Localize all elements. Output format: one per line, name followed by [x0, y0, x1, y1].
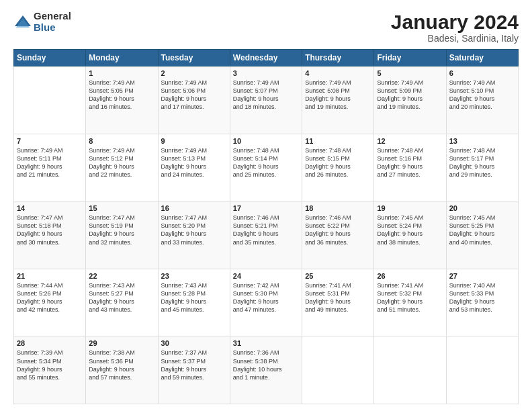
day-info: Sunrise: 7:43 AM Sunset: 5:28 PM Dayligh…	[161, 281, 227, 314]
month-title: January 2024	[391, 11, 519, 33]
location: Badesi, Sardinia, Italy	[391, 33, 519, 44]
day-info: Sunrise: 7:49 AM Sunset: 5:09 PM Dayligh…	[377, 79, 443, 111]
calendar-week-4: 21Sunrise: 7:44 AM Sunset: 5:26 PM Dayli…	[14, 269, 519, 336]
day-info: Sunrise: 7:41 AM Sunset: 5:31 PM Dayligh…	[305, 281, 371, 314]
calendar-cell: 27Sunrise: 7:40 AM Sunset: 5:33 PM Dayli…	[446, 269, 518, 336]
col-wednesday: Wednesday	[230, 50, 302, 66]
day-info: Sunrise: 7:46 AM Sunset: 5:21 PM Dayligh…	[233, 214, 299, 246]
logo: General Blue	[13, 11, 71, 33]
calendar-header: Sunday Monday Tuesday Wednesday Thursday…	[14, 50, 519, 66]
calendar-cell: 1Sunrise: 7:49 AM Sunset: 5:05 PM Daylig…	[86, 66, 158, 134]
day-number: 15	[89, 204, 154, 212]
header: General Blue January 2024 Badesi, Sardin…	[13, 11, 519, 44]
calendar-cell	[302, 336, 374, 404]
day-info: Sunrise: 7:44 AM Sunset: 5:26 PM Dayligh…	[17, 281, 83, 314]
calendar-cell: 14Sunrise: 7:47 AM Sunset: 5:18 PM Dayli…	[14, 201, 86, 269]
calendar-cell: 9Sunrise: 7:49 AM Sunset: 5:13 PM Daylig…	[158, 134, 230, 201]
day-number: 27	[449, 272, 515, 280]
day-number: 25	[305, 272, 371, 280]
day-number: 20	[449, 204, 515, 212]
day-info: Sunrise: 7:36 AM Sunset: 5:38 PM Dayligh…	[233, 349, 299, 381]
logo-general: General	[34, 11, 71, 22]
day-number: 28	[17, 339, 83, 347]
day-number: 12	[377, 137, 443, 145]
calendar-cell: 11Sunrise: 7:48 AM Sunset: 5:15 PM Dayli…	[302, 134, 374, 201]
calendar-cell: 17Sunrise: 7:46 AM Sunset: 5:21 PM Dayli…	[230, 201, 302, 269]
calendar-cell: 28Sunrise: 7:39 AM Sunset: 5:34 PM Dayli…	[14, 336, 86, 404]
header-row: Sunday Monday Tuesday Wednesday Thursday…	[14, 50, 519, 66]
calendar-cell: 19Sunrise: 7:45 AM Sunset: 5:24 PM Dayli…	[374, 201, 446, 269]
calendar-cell: 23Sunrise: 7:43 AM Sunset: 5:28 PM Dayli…	[158, 269, 230, 336]
calendar-cell	[14, 66, 86, 134]
calendar-week-2: 7Sunrise: 7:49 AM Sunset: 5:11 PM Daylig…	[14, 134, 519, 201]
calendar-table: Sunday Monday Tuesday Wednesday Thursday…	[13, 49, 519, 404]
day-number: 16	[161, 204, 227, 212]
calendar-cell: 31Sunrise: 7:36 AM Sunset: 5:38 PM Dayli…	[230, 336, 302, 404]
page: General Blue January 2024 Badesi, Sardin…	[0, 0, 532, 411]
calendar-cell: 21Sunrise: 7:44 AM Sunset: 5:26 PM Dayli…	[14, 269, 86, 336]
logo-text: General Blue	[34, 11, 71, 33]
calendar-cell	[374, 336, 446, 404]
calendar-cell: 25Sunrise: 7:41 AM Sunset: 5:31 PM Dayli…	[302, 269, 374, 336]
day-info: Sunrise: 7:42 AM Sunset: 5:30 PM Dayligh…	[233, 281, 299, 314]
day-info: Sunrise: 7:47 AM Sunset: 5:18 PM Dayligh…	[17, 214, 83, 246]
day-number: 24	[233, 272, 299, 280]
calendar-cell: 3Sunrise: 7:49 AM Sunset: 5:07 PM Daylig…	[230, 66, 302, 134]
day-info: Sunrise: 7:48 AM Sunset: 5:17 PM Dayligh…	[449, 146, 515, 179]
day-number: 6	[449, 69, 515, 77]
day-number: 9	[161, 137, 227, 145]
day-number: 19	[377, 204, 443, 212]
day-number: 2	[161, 69, 227, 77]
day-info: Sunrise: 7:45 AM Sunset: 5:24 PM Dayligh…	[377, 214, 443, 246]
day-info: Sunrise: 7:48 AM Sunset: 5:15 PM Dayligh…	[305, 146, 371, 179]
day-number: 22	[89, 272, 154, 280]
day-info: Sunrise: 7:39 AM Sunset: 5:34 PM Dayligh…	[17, 349, 83, 381]
col-sunday: Sunday	[14, 50, 86, 66]
day-number: 21	[17, 272, 83, 280]
day-info: Sunrise: 7:49 AM Sunset: 5:07 PM Dayligh…	[233, 79, 299, 111]
day-number: 4	[305, 69, 371, 77]
day-info: Sunrise: 7:45 AM Sunset: 5:25 PM Dayligh…	[449, 214, 515, 246]
day-info: Sunrise: 7:38 AM Sunset: 5:36 PM Dayligh…	[89, 349, 154, 381]
calendar-cell: 7Sunrise: 7:49 AM Sunset: 5:11 PM Daylig…	[14, 134, 86, 201]
calendar-cell: 15Sunrise: 7:47 AM Sunset: 5:19 PM Dayli…	[86, 201, 158, 269]
day-info: Sunrise: 7:47 AM Sunset: 5:19 PM Dayligh…	[89, 214, 154, 246]
calendar-cell: 13Sunrise: 7:48 AM Sunset: 5:17 PM Dayli…	[446, 134, 518, 201]
day-info: Sunrise: 7:49 AM Sunset: 5:10 PM Dayligh…	[449, 79, 515, 111]
day-number: 7	[17, 137, 83, 145]
calendar-cell: 12Sunrise: 7:48 AM Sunset: 5:16 PM Dayli…	[374, 134, 446, 201]
logo-icon	[13, 13, 32, 32]
logo-blue: Blue	[34, 22, 71, 34]
day-info: Sunrise: 7:43 AM Sunset: 5:27 PM Dayligh…	[89, 281, 154, 314]
day-info: Sunrise: 7:48 AM Sunset: 5:16 PM Dayligh…	[377, 146, 443, 179]
calendar-cell: 18Sunrise: 7:46 AM Sunset: 5:22 PM Dayli…	[302, 201, 374, 269]
day-number: 17	[233, 204, 299, 212]
day-info: Sunrise: 7:46 AM Sunset: 5:22 PM Dayligh…	[305, 214, 371, 246]
calendar-week-5: 28Sunrise: 7:39 AM Sunset: 5:34 PM Dayli…	[14, 336, 519, 404]
calendar-cell: 2Sunrise: 7:49 AM Sunset: 5:06 PM Daylig…	[158, 66, 230, 134]
calendar-cell: 5Sunrise: 7:49 AM Sunset: 5:09 PM Daylig…	[374, 66, 446, 134]
day-number: 13	[449, 137, 515, 145]
col-monday: Monday	[86, 50, 158, 66]
col-tuesday: Tuesday	[158, 50, 230, 66]
calendar-cell	[446, 336, 518, 404]
col-thursday: Thursday	[302, 50, 374, 66]
day-number: 30	[161, 339, 227, 347]
calendar-cell: 6Sunrise: 7:49 AM Sunset: 5:10 PM Daylig…	[446, 66, 518, 134]
calendar-cell: 20Sunrise: 7:45 AM Sunset: 5:25 PM Dayli…	[446, 201, 518, 269]
day-number: 31	[233, 339, 299, 347]
day-info: Sunrise: 7:47 AM Sunset: 5:20 PM Dayligh…	[161, 214, 227, 246]
calendar-cell: 26Sunrise: 7:41 AM Sunset: 5:32 PM Dayli…	[374, 269, 446, 336]
title-block: January 2024 Badesi, Sardinia, Italy	[391, 11, 519, 44]
day-info: Sunrise: 7:49 AM Sunset: 5:11 PM Dayligh…	[17, 146, 83, 179]
col-friday: Friday	[374, 50, 446, 66]
day-number: 5	[377, 69, 443, 77]
day-info: Sunrise: 7:49 AM Sunset: 5:12 PM Dayligh…	[89, 146, 154, 179]
calendar-cell: 22Sunrise: 7:43 AM Sunset: 5:27 PM Dayli…	[86, 269, 158, 336]
calendar-week-1: 1Sunrise: 7:49 AM Sunset: 5:05 PM Daylig…	[14, 66, 519, 134]
calendar-cell: 30Sunrise: 7:37 AM Sunset: 5:37 PM Dayli…	[158, 336, 230, 404]
day-number: 1	[89, 69, 154, 77]
day-number: 3	[233, 69, 299, 77]
day-number: 10	[233, 137, 299, 145]
col-saturday: Saturday	[446, 50, 518, 66]
